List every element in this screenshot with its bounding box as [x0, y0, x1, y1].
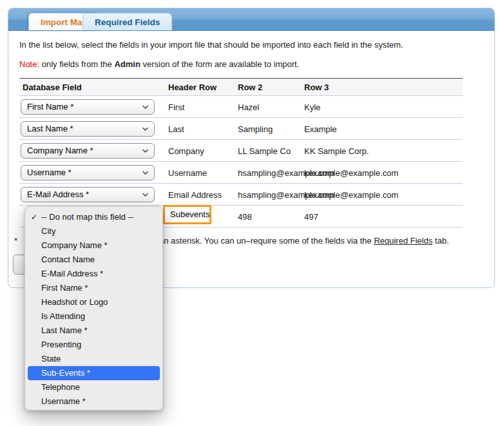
menu-item-sub-events[interactable]: Sub-Events * — [28, 366, 160, 380]
chevron-down-icon — [142, 103, 149, 110]
field-select-email-address[interactable]: E-Mail Address * — [21, 187, 155, 202]
cell-row2: Hazel — [238, 102, 259, 111]
chevron-down-icon — [142, 169, 149, 176]
footnote-asterisk: * — [14, 236, 17, 246]
field-select-value: First Name * — [27, 102, 73, 111]
note-label: Note: — [19, 59, 39, 69]
col-header-header-row: Header Row — [168, 82, 217, 92]
table-header-row: Database Field Header Row Row 2 Row 3 — [19, 78, 463, 96]
field-select-company-name[interactable]: Company Name * — [21, 143, 155, 159]
field-select-value: E-Mail Address * — [27, 189, 89, 199]
chevron-down-icon — [142, 125, 149, 132]
chevron-down-icon — [142, 191, 149, 198]
menu-item-email-address[interactable]: E-Mail Address * — [25, 267, 162, 281]
field-select-first-name[interactable]: First Name * — [21, 99, 155, 115]
menu-item-company-name[interactable]: Company Name * — [25, 238, 162, 253]
col-header-row2: Row 2 — [238, 82, 262, 92]
cell-header-row: Last — [168, 124, 184, 133]
cell-header-row: Company — [168, 146, 204, 155]
cell-row2: 498 — [238, 211, 252, 221]
field-select-username[interactable]: Username * — [21, 165, 155, 180]
chevron-down-icon — [142, 147, 149, 154]
menu-item-contact-name[interactable]: Contact Name — [25, 253, 162, 267]
field-select-value: Last Name * — [27, 124, 73, 133]
table-row: E-Mail Address * Email Address hsampling… — [19, 184, 463, 206]
menu-item-label: -- Do not map this field -- — [41, 212, 133, 222]
cell-row3: Kyle — [304, 102, 320, 111]
required-fields-link[interactable]: Required Fields — [374, 236, 432, 246]
footnote-text: an asterisk. You can un–require some of … — [159, 236, 449, 246]
menu-item-state[interactable]: State — [25, 352, 162, 366]
col-header-row3: Row 3 — [304, 82, 329, 92]
menu-item-last-name[interactable]: Last Name * — [25, 324, 162, 338]
cell-header-row: First — [168, 102, 184, 111]
footnote-fragment: an asterisk. You can un–require some of … — [159, 236, 374, 246]
menu-item-telephone[interactable]: Telephone — [25, 380, 162, 394]
menu-item-do-not-map[interactable]: ✓ -- Do not map this field -- — [25, 210, 162, 224]
table-row: Username * Username hsampling@example.co… — [19, 162, 463, 184]
tab-required-fields[interactable]: Required Fields — [82, 13, 172, 30]
field-select-value: Company Name * — [27, 146, 93, 155]
note-pre: only fields from the — [39, 59, 114, 69]
note-bold: Admin — [114, 59, 140, 69]
intro-text: In the list below, select the fields in … — [19, 40, 403, 50]
cell-row3: KK Sample Corp. — [304, 146, 369, 155]
col-header-database-field: Database Field — [23, 82, 82, 92]
cell-row3: 497 — [304, 211, 318, 221]
cell-row3: kexample@example.com — [304, 189, 398, 199]
tab-bar: Import Map Required Fields — [8, 8, 494, 31]
menu-item-city[interactable]: City — [25, 224, 162, 238]
menu-item-headshot-or-logo[interactable]: Headshot or Logo — [25, 295, 162, 309]
cell-header-row: Username — [168, 168, 207, 177]
cell-row2: LL Sample Co — [238, 146, 291, 155]
import-map-page: Import Map Required Fields In the list b… — [0, 0, 504, 426]
note-post: version of the form are available to imp… — [141, 59, 299, 69]
field-select-value: Username * — [27, 168, 72, 177]
footnote-suffix: tab. — [432, 236, 449, 246]
field-select-open-menu: ✓ -- Do not map this field -- City Compa… — [24, 206, 163, 411]
menu-item-first-name[interactable]: First Name * — [25, 281, 162, 295]
menu-item-presenting[interactable]: Presenting — [25, 338, 162, 352]
checkmark-icon: ✓ — [31, 210, 37, 224]
cell-row2: Sampling — [238, 124, 273, 133]
table-row: First Name * First Hazel Kyle — [19, 96, 463, 118]
subevents-highlight-box: Subevents — [163, 205, 211, 224]
menu-item-is-attending[interactable]: Is Attending — [25, 309, 162, 324]
cell-row3: Example — [304, 124, 337, 133]
cell-header-row: Email Address — [168, 189, 222, 199]
table-row: Company Name * Company LL Sample Co KK S… — [19, 140, 463, 162]
import-map-table: Database Field Header Row Row 2 Row 3 Fi… — [19, 78, 463, 228]
note-text: Note: only fields from the Admin version… — [19, 59, 299, 69]
table-row: Last Name * Last Sampling Example — [19, 118, 463, 140]
cell-row3: kexample@example.com — [304, 168, 398, 177]
menu-item-username[interactable]: Username * — [25, 394, 162, 409]
field-select-last-name[interactable]: Last Name * — [21, 121, 155, 137]
